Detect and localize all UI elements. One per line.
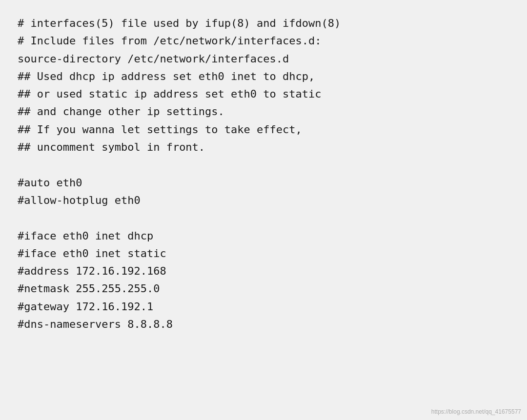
- code-container: # interfaces(5) file used by ifup(8) and…: [0, 0, 527, 420]
- watermark: https://blog.csdn.net/qq_41675577: [431, 408, 521, 415]
- code-block: # interfaces(5) file used by ifup(8) and…: [18, 15, 509, 333]
